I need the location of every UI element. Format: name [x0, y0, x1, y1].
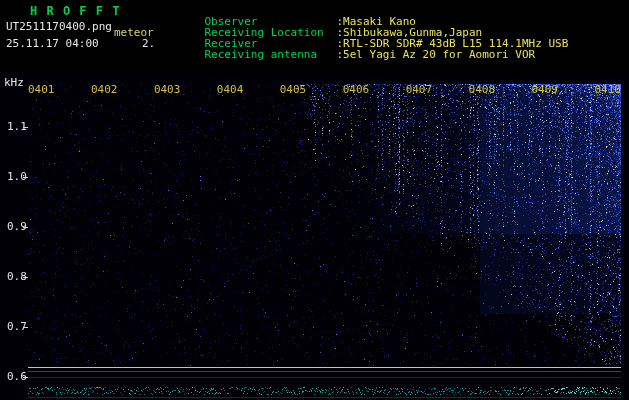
echo-counter: 2.	[142, 38, 155, 49]
freq-tick-label: 0.8	[7, 271, 27, 282]
info-row-antenna: Receiving antenna:5el Yagi Az 20 for Aom…	[178, 38, 535, 71]
time-tick-label: 0410	[594, 84, 621, 95]
time-tick-label: 0405	[280, 84, 307, 95]
datetime-label: 25.11.17 04:00	[6, 38, 99, 49]
time-tick-label: 0402	[91, 84, 118, 95]
app-title: H R O F F T	[30, 5, 120, 17]
time-tick-label: 0408	[469, 84, 496, 95]
time-tick-label: 0406	[343, 84, 370, 95]
output-filename: UT2511170400.png	[6, 21, 112, 32]
freq-tick-label: 0.9	[7, 221, 27, 232]
time-tick-label: 0404	[217, 84, 244, 95]
time-axis: 0401 0402 0403 0404 0405 0406 0407 0408 …	[28, 84, 621, 95]
time-tick-label: 0409	[532, 84, 559, 95]
info-value: :5el Yagi Az 20 for Aomori VOR	[337, 48, 536, 61]
y-axis-unit-label: kHz	[4, 77, 24, 88]
freq-tick-label: 1.0	[7, 171, 27, 182]
info-label: Receiving antenna	[205, 49, 337, 60]
hrofft-screen: H R O F F T UT2511170400.png meteor 25.1…	[0, 0, 629, 400]
freq-tick-label: 0.6	[7, 371, 27, 382]
freq-tick-label: 0.7	[7, 321, 27, 332]
freq-tick-label: 1.1	[7, 121, 27, 132]
time-tick-label: 0403	[154, 84, 181, 95]
time-tick-label: 0401	[28, 84, 55, 95]
time-tick-label: 0407	[406, 84, 433, 95]
